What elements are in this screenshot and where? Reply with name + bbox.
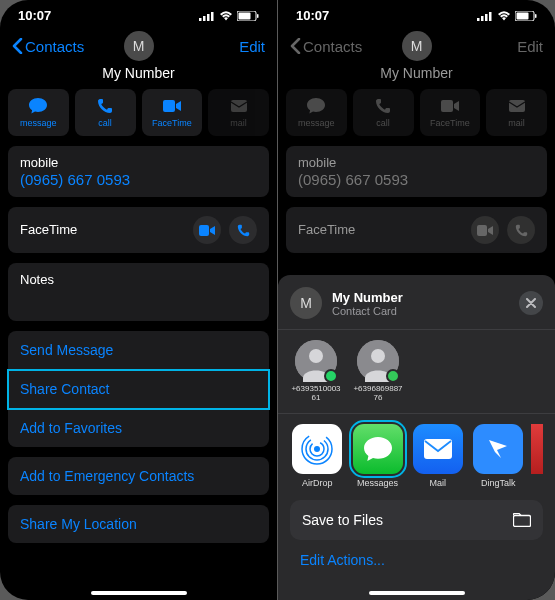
cellular-icon bbox=[477, 11, 493, 21]
facetime-button: FaceTime bbox=[420, 89, 481, 136]
call-label: call bbox=[376, 118, 390, 128]
phone-label: mobile bbox=[20, 155, 257, 170]
share-header: M My Number Contact Card bbox=[278, 285, 555, 329]
contact-label: +639351000361 bbox=[290, 385, 342, 403]
svg-rect-3 bbox=[211, 12, 214, 21]
phone-icon bbox=[97, 97, 113, 115]
status-bar: 10:07 bbox=[278, 0, 555, 27]
notes-card[interactable]: Notes bbox=[8, 263, 269, 321]
whatsapp-badge-icon bbox=[324, 369, 338, 383]
wifi-icon bbox=[497, 11, 511, 21]
facetime-audio-button[interactable] bbox=[229, 216, 257, 244]
app-label: Mail bbox=[430, 478, 447, 488]
message-icon bbox=[306, 97, 326, 115]
airdrop-app[interactable]: AirDrop bbox=[290, 424, 344, 488]
status-icons bbox=[477, 11, 537, 21]
message-label: message bbox=[298, 118, 335, 128]
status-icons bbox=[199, 11, 259, 21]
mail-label: mail bbox=[230, 118, 247, 128]
svg-rect-28 bbox=[424, 439, 452, 459]
phone-value: (0965) 667 0593 bbox=[20, 171, 257, 188]
svg-rect-29 bbox=[514, 515, 531, 526]
facetime-button[interactable]: FaceTime bbox=[142, 89, 203, 136]
contact-suggestion-1[interactable]: +639351000361 bbox=[290, 340, 342, 403]
svg-rect-1 bbox=[203, 16, 206, 21]
share-contact-link[interactable]: Share Contact bbox=[8, 370, 269, 409]
svg-rect-6 bbox=[257, 14, 259, 18]
svg-rect-18 bbox=[509, 100, 525, 112]
add-emergency-link[interactable]: Add to Emergency Contacts bbox=[8, 457, 269, 495]
facetime-audio-button bbox=[507, 216, 535, 244]
facetime-label: FaceTime bbox=[430, 118, 470, 128]
contact-suggestion-2[interactable]: +639686988776 bbox=[352, 340, 404, 403]
share-location-link[interactable]: Share My Location bbox=[8, 505, 269, 543]
facetime-card-label: FaceTime bbox=[298, 222, 355, 237]
facetime-video-button[interactable] bbox=[193, 216, 221, 244]
facetime-label: FaceTime bbox=[152, 118, 192, 128]
phone-value: (0965) 667 0593 bbox=[298, 171, 535, 188]
home-indicator[interactable] bbox=[369, 591, 465, 595]
home-indicator[interactable] bbox=[91, 591, 187, 595]
send-message-link[interactable]: Send Message bbox=[8, 331, 269, 370]
app-label: AirDrop bbox=[302, 478, 333, 488]
messages-app[interactable]: Messages bbox=[350, 424, 404, 488]
phone-label: mobile bbox=[298, 155, 535, 170]
wifi-icon bbox=[219, 11, 233, 21]
add-favorites-link[interactable]: Add to Favorites bbox=[8, 409, 269, 447]
save-to-files[interactable]: Save to Files bbox=[290, 500, 543, 540]
chevron-left-icon bbox=[290, 38, 301, 54]
mail-button: mail bbox=[208, 89, 269, 136]
facetime-card: FaceTime bbox=[8, 207, 269, 253]
actions-row: message call FaceTime mail bbox=[0, 89, 277, 146]
video-icon bbox=[440, 97, 460, 115]
svg-rect-11 bbox=[481, 16, 484, 21]
back-button[interactable]: Contacts bbox=[12, 38, 84, 55]
facetime-card-label: FaceTime bbox=[20, 222, 77, 237]
chevron-left-icon bbox=[12, 38, 23, 54]
phone-left: 10:07 Contacts M Edit My Number message bbox=[0, 0, 277, 600]
divider bbox=[278, 413, 555, 414]
mail-app[interactable]: Mail bbox=[411, 424, 465, 488]
phone-card[interactable]: mobile (0965) 667 0593 bbox=[8, 146, 269, 197]
back-label: Contacts bbox=[25, 38, 84, 55]
share-sheet: M My Number Contact Card +639351000361 bbox=[278, 275, 555, 600]
avatar[interactable]: M bbox=[124, 31, 154, 61]
contact-name: My Number bbox=[0, 63, 277, 89]
call-button[interactable]: call bbox=[75, 89, 136, 136]
edit-button: Edit bbox=[517, 38, 543, 55]
dingtalk-app[interactable]: DingTalk bbox=[471, 424, 525, 488]
svg-rect-2 bbox=[207, 14, 210, 21]
airdrop-icon bbox=[292, 424, 342, 474]
contact-name: My Number bbox=[278, 63, 555, 89]
mail-button: mail bbox=[486, 89, 547, 136]
svg-rect-19 bbox=[477, 225, 487, 236]
person-icon bbox=[295, 340, 337, 382]
svg-rect-17 bbox=[441, 100, 453, 112]
cellular-icon bbox=[199, 11, 215, 21]
close-button[interactable] bbox=[519, 291, 543, 315]
svg-rect-16 bbox=[535, 14, 537, 18]
contact-label: +639686988776 bbox=[352, 385, 404, 403]
edit-button[interactable]: Edit bbox=[239, 38, 265, 55]
close-icon bbox=[526, 298, 536, 308]
call-button: call bbox=[353, 89, 414, 136]
svg-rect-5 bbox=[239, 12, 251, 19]
svg-rect-10 bbox=[477, 18, 480, 21]
message-button[interactable]: message bbox=[8, 89, 69, 136]
avatar: M bbox=[402, 31, 432, 61]
app-label: DingTalk bbox=[481, 478, 516, 488]
svg-point-21 bbox=[309, 349, 323, 363]
phone-icon bbox=[375, 97, 391, 115]
dingtalk-icon bbox=[473, 424, 523, 474]
share-avatar: M bbox=[290, 287, 322, 319]
facetime-video-button bbox=[471, 216, 499, 244]
back-label: Contacts bbox=[303, 38, 362, 55]
mail-app-icon bbox=[413, 424, 463, 474]
contact-suggestions: +639351000361 +639686988776 bbox=[278, 340, 555, 413]
app-partial[interactable] bbox=[531, 424, 543, 488]
battery-icon bbox=[237, 11, 259, 21]
share-subtitle: Contact Card bbox=[332, 305, 519, 317]
app-icon bbox=[531, 424, 543, 474]
video-icon bbox=[162, 97, 182, 115]
edit-actions[interactable]: Edit Actions... bbox=[278, 548, 555, 572]
